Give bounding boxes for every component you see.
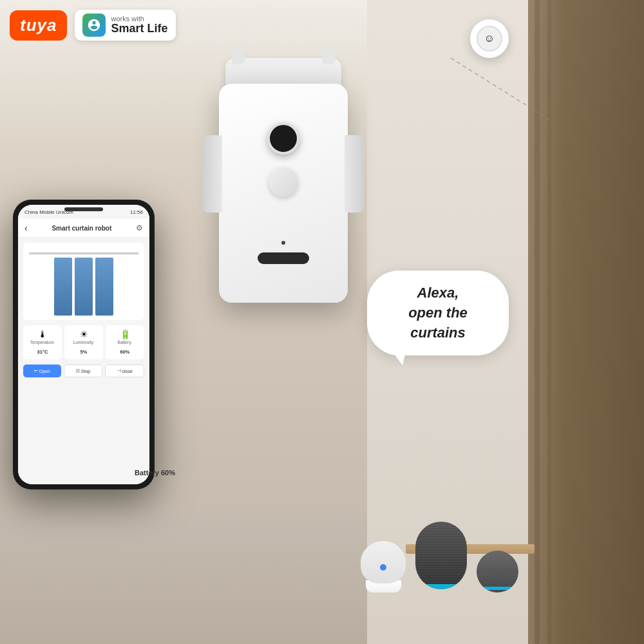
smart-life-text-container: works with Smart Life <box>111 15 167 35</box>
phone-device: China Mobile Unicom 11:56 ‹ Smart curtai… <box>13 200 155 489</box>
device-small-face: ☺ <box>477 26 502 52</box>
time-label: 11:56 <box>130 209 143 215</box>
device-main-button <box>269 167 298 196</box>
temperature-icon: 🌡 <box>38 329 47 339</box>
smart-life-badge: works with Smart Life <box>75 10 175 41</box>
stop-icon: ⊡ <box>76 368 80 374</box>
curtain-visual <box>23 243 144 320</box>
curtain-panel-2 <box>75 258 93 316</box>
curtain-track <box>29 252 138 254</box>
phone-status-bar: China Mobile Unicom 11:56 <box>18 205 149 219</box>
stat-battery: 🔋 Battery: 60% <box>106 325 144 359</box>
curtain-panel-1 <box>54 258 72 316</box>
battery-overlay-label: Battery 60% <box>135 469 175 477</box>
curtain-robot-device <box>219 84 348 303</box>
device-camera <box>267 122 299 155</box>
phone-container: China Mobile Unicom 11:56 ‹ Smart curtai… <box>13 200 155 489</box>
phone-stats: 🌡 Temperature: 31°C ☀ Luminosity: 5% 🔋 B… <box>23 325 144 359</box>
device-slot <box>258 252 309 264</box>
google-home-body <box>361 541 406 583</box>
back-button[interactable]: ‹ <box>24 223 28 233</box>
echo-dot-body <box>477 551 518 592</box>
open-icon: ⊢ <box>34 368 38 374</box>
open-label: Open <box>39 369 50 374</box>
tuya-text: tuya <box>20 15 57 35</box>
phone-content: 🌡 Temperature: 31°C ☀ Luminosity: 5% 🔋 B… <box>18 238 149 484</box>
tuya-logo: tuya <box>10 10 67 41</box>
device-indicator <box>281 241 285 245</box>
stop-button[interactable]: ⊡ Stop <box>64 365 103 377</box>
header-logos: tuya works with Smart Life <box>10 10 176 41</box>
curtain-panel-3 <box>95 258 113 316</box>
luminosity-label: Luminosity: <box>68 340 100 345</box>
amazon-echo-body <box>415 522 467 589</box>
amazon-echo-speaker <box>415 522 467 592</box>
luminosity-value: 5% <box>80 349 88 355</box>
open-button[interactable]: ⊢ Open <box>23 365 61 377</box>
device-side-right <box>345 135 364 213</box>
smart-life-label: Smart Life <box>111 23 167 35</box>
settings-icon[interactable]: ⚙ <box>136 223 143 232</box>
alexa-speech-text: Alexa, open the curtains <box>385 283 491 343</box>
phone-control-buttons: ⊢ Open ⊡ Stop ⊣ close <box>23 365 144 377</box>
phone-app-header: ‹ Smart curtain robot ⚙ <box>18 219 149 238</box>
curtain-right <box>528 0 644 644</box>
curtain-panels <box>54 258 113 316</box>
temperature-value: 31°C <box>37 349 48 355</box>
smart-life-icon <box>82 14 106 37</box>
close-label: close <box>122 369 133 374</box>
device-body <box>219 84 348 303</box>
alexa-speech-bubble: Alexa, open the curtains <box>367 270 509 355</box>
carrier-label: China Mobile Unicom <box>24 209 73 215</box>
device-side-left <box>203 135 222 213</box>
google-home-dot <box>380 564 386 571</box>
amazon-echo-fabric <box>415 522 467 589</box>
battery-icon: 🔋 <box>120 329 131 339</box>
alexa-line1: Alexa, <box>417 285 459 301</box>
speakers-area <box>361 522 518 592</box>
stat-luminosity: ☀ Luminosity: 5% <box>64 325 103 359</box>
amazon-echo-ring <box>415 584 467 589</box>
google-home-speaker <box>361 541 406 592</box>
battery-value: 60% <box>120 349 129 355</box>
echo-dot-speaker <box>477 551 518 592</box>
stat-temperature: 🌡 Temperature: 31°C <box>23 325 62 359</box>
luminosity-icon: ☀ <box>80 329 88 339</box>
close-button[interactable]: ⊣ close <box>105 365 144 377</box>
device-small-body: ☺ <box>470 19 509 58</box>
temperature-label: Temperature: <box>26 340 59 345</box>
echo-dot-ring <box>482 587 514 590</box>
app-title-label: Smart curtain robot <box>52 225 111 232</box>
battery-label-text: Battery: <box>109 340 141 345</box>
stop-label: Stop <box>81 369 90 374</box>
alexa-line2: open the curtains <box>408 305 468 341</box>
close-icon: ⊣ <box>117 368 121 374</box>
phone-screen: China Mobile Unicom 11:56 ‹ Smart curtai… <box>18 205 149 484</box>
device-small-top: ☺ <box>470 19 509 58</box>
